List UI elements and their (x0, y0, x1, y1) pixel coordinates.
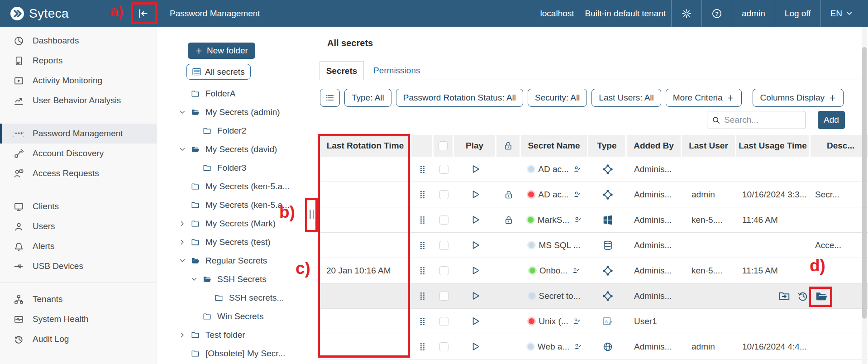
tree-node-test-folder[interactable]: Test folder (157, 326, 317, 344)
tree-node-obsolete-my-secr[interactable]: [Obsolete] My Secr... (157, 344, 317, 363)
row-checkbox[interactable] (439, 292, 448, 301)
help-button[interactable]: ? (701, 0, 732, 27)
table-row-web-a[interactable]: Web a...Adminis...admin10/16/2024 4:4... (320, 334, 868, 359)
column-header-user[interactable]: Last User (682, 135, 736, 157)
tree-node-my-secrets-david[interactable]: My Secrets (david) (157, 140, 317, 158)
row-checkbox[interactable] (439, 317, 448, 326)
row-checkbox[interactable] (439, 216, 448, 225)
filter-type-all[interactable]: Type: All (344, 89, 391, 107)
tree-node-ssh-secrets[interactable]: SSH Secrets (157, 270, 317, 288)
tree-node-folder2[interactable]: Folder2 (157, 121, 317, 140)
history-button[interactable] (797, 290, 809, 302)
view-options-button[interactable] (320, 89, 340, 107)
new-folder-button[interactable]: New folder (188, 43, 255, 59)
sidebar-item-clients[interactable]: Clients (0, 196, 157, 216)
sidebar-item-activity-monitoring[interactable]: Activity Monitoring (0, 71, 157, 91)
language-select[interactable]: EN (820, 0, 862, 27)
play-button[interactable] (470, 215, 481, 225)
sidebar-item-user-behavior-analysis[interactable]: User Behavior Analysis (0, 91, 157, 110)
tree-node-my-secrets-mark[interactable]: My Secrets (Mark) (157, 214, 317, 233)
tree-node-my-secrets-admin[interactable]: My Secrets (admin) (157, 103, 317, 121)
drag-handle[interactable] (418, 266, 427, 276)
filter-last-users-all[interactable]: Last Users: All (591, 89, 661, 107)
play-button[interactable] (470, 341, 481, 352)
sidebar-item-usb-devices[interactable]: USB Devices (0, 256, 157, 276)
vertical-scrollbar[interactable] (862, 27, 867, 364)
drag-handle[interactable] (418, 190, 427, 200)
open-folder-button[interactable] (816, 290, 827, 302)
tree-node-win-secrets[interactable]: Win Secrets (157, 307, 317, 326)
drag-handle[interactable] (418, 342, 427, 352)
tree-node-foldera[interactable]: FolderA (157, 84, 317, 103)
play-button[interactable] (470, 291, 481, 301)
all-secrets-button[interactable]: All secrets (186, 64, 251, 80)
column-header-added[interactable]: Added By (627, 135, 682, 157)
drag-handle[interactable] (418, 291, 427, 301)
sidebar-item-password-management[interactable]: [***]Password Management (0, 124, 157, 144)
table-row-ms-sql[interactable]: MS SQL ...Adminis...Acce... (320, 233, 868, 258)
keysignal-icon (14, 148, 24, 159)
lock-icon (504, 215, 514, 225)
column-header-play[interactable]: Play (454, 135, 496, 157)
play-button[interactable] (470, 240, 481, 250)
drag-handle[interactable] (418, 215, 427, 225)
tab-secrets[interactable]: Secrets (320, 61, 364, 81)
sidebar-item-tenants[interactable]: Tenants (0, 289, 157, 309)
tree-node-ssh-secrets[interactable]: SSH secrets... (157, 288, 317, 307)
play-button[interactable] (470, 164, 481, 174)
tree-node-my-secrets-ken-5-a[interactable]: My Secrets (ken-5.a... (157, 196, 317, 214)
row-checkbox[interactable] (439, 342, 448, 351)
add-secret-button[interactable]: Add (818, 111, 845, 129)
tree-node-my-secrets-ken-5-a[interactable]: My Secrets (ken-5.a... (157, 177, 317, 196)
account-menu[interactable]: admin (732, 0, 775, 27)
table-row-ad-ac[interactable]: AD ac...Adminis...admin10/16/2024 3:3...… (320, 182, 868, 207)
search-input[interactable] (724, 115, 796, 125)
logoff-button[interactable]: Log off (775, 0, 820, 27)
drag-handle[interactable] (418, 316, 427, 326)
row-checkbox[interactable] (439, 165, 448, 174)
table-row-onbo[interactable]: 20 Jan 10:16 AMOnbo...Adminis...ken-5...… (320, 258, 868, 283)
select-all-checkbox[interactable] (439, 141, 448, 150)
column-header-type[interactable]: Type (588, 135, 627, 157)
sidebar-item-reports[interactable]: Reports (0, 51, 157, 71)
tree-node-label: My Secrets (Mark) (205, 219, 276, 229)
sidebar-item-access-requests[interactable]: ?Access Requests (0, 163, 157, 183)
more-criteria-button[interactable]: More Criteria (666, 89, 742, 107)
column-header-name[interactable]: Secret Name (521, 135, 588, 157)
column-header-time[interactable]: Last Usage Time (736, 135, 811, 157)
play-button[interactable] (470, 265, 481, 276)
sidebar-item-audit-log[interactable]: Audit Log (0, 329, 157, 349)
table-row-ad-ac[interactable]: AD ac...Adminis... (320, 157, 868, 182)
drag-handle[interactable] (418, 164, 427, 174)
row-checkbox[interactable] (439, 241, 448, 250)
filter-password-rotation-status-all[interactable]: Password Rotation Status: All (396, 89, 523, 107)
sidebar-item-dashboards[interactable]: Dashboards (0, 31, 157, 51)
cell-name: AD ac... (521, 157, 588, 182)
tree-node-regular-secrets[interactable]: Regular Secrets (157, 251, 317, 270)
row-checkbox[interactable] (439, 266, 448, 275)
sidebar-item-users[interactable]: Users (0, 216, 157, 236)
settings-button[interactable] (671, 0, 701, 27)
play-button[interactable] (470, 189, 481, 200)
table-row-secret-to[interactable]: Secret to...Adminis... (320, 283, 868, 309)
panel-resize-handle[interactable] (310, 210, 314, 219)
play-button[interactable] (470, 316, 481, 326)
table-row-unix[interactable]: Unix (...AUser1 (320, 309, 868, 334)
syteca-logo-icon (10, 6, 24, 21)
drag-icon (418, 316, 427, 326)
column-header-rotation[interactable]: Last Rotation Time (320, 135, 411, 157)
drag-handle[interactable] (418, 240, 427, 250)
sidebar-item-system-health[interactable]: System Health (0, 309, 157, 329)
tree-node-my-secrets-test[interactable]: My Secrets (test) (157, 233, 317, 251)
move-to-folder-button[interactable] (778, 290, 790, 302)
columns-display-button[interactable]: Columns Display (753, 89, 844, 107)
filter-security-all[interactable]: Security: All (528, 89, 587, 107)
sidebar-item-account-discovery[interactable]: Account Discovery (0, 144, 157, 163)
scrollbar-thumb[interactable] (862, 47, 867, 319)
row-checkbox[interactable] (439, 190, 448, 199)
table-row-marks[interactable]: MarkS...Adminis...ken-5....11:46 AM (320, 207, 868, 233)
sidebar-collapse-button[interactable] (137, 8, 149, 19)
tab-permissions[interactable]: Permissions (372, 61, 421, 80)
sidebar-item-alerts[interactable]: Alerts (0, 236, 157, 256)
tree-node-folder3[interactable]: Folder3 (157, 158, 317, 177)
